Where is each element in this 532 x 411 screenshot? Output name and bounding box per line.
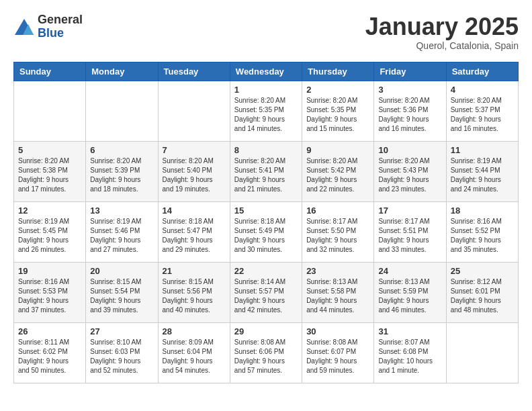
day-info: Sunrise: 8:12 AM Sunset: 6:01 PM Dayligh… — [451, 277, 514, 315]
day-info: Sunrise: 8:08 AM Sunset: 6:06 PM Dayligh… — [234, 338, 298, 375]
calendar-cell: 21Sunrise: 8:15 AM Sunset: 5:56 PM Dayli… — [158, 262, 230, 322]
calendar-week-row: 5Sunrise: 8:20 AM Sunset: 5:38 PM Daylig… — [14, 141, 519, 201]
day-info: Sunrise: 8:20 AM Sunset: 5:37 PM Dayligh… — [451, 96, 514, 134]
day-number: 7 — [163, 145, 226, 155]
weekday-header-row: SundayMondayTuesdayWednesdayThursdayFrid… — [14, 62, 519, 81]
day-number: 12 — [18, 205, 81, 216]
day-info: Sunrise: 8:07 AM Sunset: 6:08 PM Dayligh… — [378, 338, 441, 375]
calendar-cell: 3Sunrise: 8:20 AM Sunset: 5:36 PM Daylig… — [374, 81, 446, 141]
calendar-cell: 27Sunrise: 8:10 AM Sunset: 6:03 PM Dayli… — [86, 322, 158, 383]
day-info: Sunrise: 8:13 AM Sunset: 5:58 PM Dayligh… — [306, 277, 369, 315]
day-number: 4 — [451, 85, 514, 95]
month-title: January 2025 — [365, 13, 519, 40]
calendar: SundayMondayTuesdayWednesdayThursdayFrid… — [13, 62, 519, 383]
day-number: 29 — [234, 326, 298, 336]
weekday-header-sunday: Sunday — [14, 62, 86, 81]
calendar-cell: 24Sunrise: 8:13 AM Sunset: 5:59 PM Dayli… — [374, 262, 446, 322]
day-number: 30 — [306, 326, 369, 336]
calendar-cell: 6Sunrise: 8:20 AM Sunset: 5:39 PM Daylig… — [86, 141, 158, 201]
day-number: 9 — [306, 145, 369, 155]
calendar-cell: 29Sunrise: 8:08 AM Sunset: 6:06 PM Dayli… — [230, 322, 302, 383]
weekday-header-friday: Friday — [374, 62, 446, 81]
day-number: 18 — [451, 205, 514, 216]
calendar-cell: 18Sunrise: 8:16 AM Sunset: 5:52 PM Dayli… — [446, 201, 518, 262]
weekday-header-tuesday: Tuesday — [158, 62, 230, 81]
day-number: 21 — [163, 266, 226, 276]
day-info: Sunrise: 8:19 AM Sunset: 5:46 PM Dayligh… — [90, 217, 153, 255]
calendar-week-row: 26Sunrise: 8:11 AM Sunset: 6:02 PM Dayli… — [14, 322, 519, 383]
day-number: 24 — [378, 266, 441, 276]
day-number: 31 — [378, 326, 441, 336]
calendar-cell: 13Sunrise: 8:19 AM Sunset: 5:46 PM Dayli… — [86, 201, 158, 262]
calendar-cell: 23Sunrise: 8:13 AM Sunset: 5:58 PM Dayli… — [302, 262, 374, 322]
calendar-cell — [158, 81, 230, 141]
day-info: Sunrise: 8:16 AM Sunset: 5:52 PM Dayligh… — [451, 217, 514, 255]
calendar-cell: 8Sunrise: 8:20 AM Sunset: 5:41 PM Daylig… — [230, 141, 302, 201]
day-number: 28 — [163, 326, 226, 336]
day-info: Sunrise: 8:20 AM Sunset: 5:41 PM Dayligh… — [234, 156, 298, 194]
logo-blue: Blue — [38, 27, 83, 40]
calendar-cell: 14Sunrise: 8:18 AM Sunset: 5:47 PM Dayli… — [158, 201, 230, 262]
day-info: Sunrise: 8:15 AM Sunset: 5:56 PM Dayligh… — [163, 277, 226, 315]
calendar-cell: 26Sunrise: 8:11 AM Sunset: 6:02 PM Dayli… — [14, 322, 86, 383]
calendar-cell: 15Sunrise: 8:18 AM Sunset: 5:49 PM Dayli… — [230, 201, 302, 262]
day-number: 2 — [306, 85, 369, 95]
day-number: 14 — [163, 205, 226, 216]
calendar-cell: 5Sunrise: 8:20 AM Sunset: 5:38 PM Daylig… — [14, 141, 86, 201]
logo: General Blue — [13, 13, 83, 40]
calendar-cell — [86, 81, 158, 141]
day-info: Sunrise: 8:15 AM Sunset: 5:54 PM Dayligh… — [90, 277, 153, 315]
calendar-cell: 22Sunrise: 8:14 AM Sunset: 5:57 PM Dayli… — [230, 262, 302, 322]
day-info: Sunrise: 8:10 AM Sunset: 6:03 PM Dayligh… — [90, 338, 153, 375]
calendar-cell: 25Sunrise: 8:12 AM Sunset: 6:01 PM Dayli… — [446, 262, 518, 322]
day-info: Sunrise: 8:13 AM Sunset: 5:59 PM Dayligh… — [378, 277, 441, 315]
calendar-cell: 19Sunrise: 8:16 AM Sunset: 5:53 PM Dayli… — [14, 262, 86, 322]
day-info: Sunrise: 8:20 AM Sunset: 5:43 PM Dayligh… — [378, 156, 441, 194]
day-info: Sunrise: 8:20 AM Sunset: 5:42 PM Dayligh… — [306, 156, 369, 194]
calendar-cell: 2Sunrise: 8:20 AM Sunset: 5:35 PM Daylig… — [302, 81, 374, 141]
day-number: 20 — [90, 266, 153, 276]
logo-general: General — [38, 13, 83, 27]
calendar-cell: 17Sunrise: 8:17 AM Sunset: 5:51 PM Dayli… — [374, 201, 446, 262]
calendar-cell: 10Sunrise: 8:20 AM Sunset: 5:43 PM Dayli… — [374, 141, 446, 201]
calendar-cell: 20Sunrise: 8:15 AM Sunset: 5:54 PM Dayli… — [86, 262, 158, 322]
day-number: 5 — [18, 145, 81, 155]
calendar-week-row: 12Sunrise: 8:19 AM Sunset: 5:45 PM Dayli… — [14, 201, 519, 262]
day-info: Sunrise: 8:20 AM Sunset: 5:39 PM Dayligh… — [90, 156, 153, 194]
day-info: Sunrise: 8:08 AM Sunset: 6:07 PM Dayligh… — [306, 338, 369, 375]
weekday-header-thursday: Thursday — [302, 62, 374, 81]
logo-text: General Blue — [38, 13, 83, 40]
weekday-header-saturday: Saturday — [446, 62, 518, 81]
weekday-header-monday: Monday — [86, 62, 158, 81]
calendar-cell: 11Sunrise: 8:19 AM Sunset: 5:44 PM Dayli… — [446, 141, 518, 201]
day-number: 1 — [234, 85, 298, 95]
calendar-cell: 4Sunrise: 8:20 AM Sunset: 5:37 PM Daylig… — [446, 81, 518, 141]
calendar-cell: 31Sunrise: 8:07 AM Sunset: 6:08 PM Dayli… — [374, 322, 446, 383]
day-number: 8 — [234, 145, 298, 155]
day-number: 23 — [306, 266, 369, 276]
day-number: 15 — [234, 205, 298, 216]
calendar-cell: 7Sunrise: 8:20 AM Sunset: 5:40 PM Daylig… — [158, 141, 230, 201]
day-number: 10 — [378, 145, 441, 155]
day-number: 17 — [378, 205, 441, 216]
day-number: 26 — [18, 326, 81, 336]
day-number: 3 — [378, 85, 441, 95]
calendar-cell: 30Sunrise: 8:08 AM Sunset: 6:07 PM Dayli… — [302, 322, 374, 383]
calendar-cell: 16Sunrise: 8:17 AM Sunset: 5:50 PM Dayli… — [302, 201, 374, 262]
logo-icon — [13, 16, 35, 38]
calendar-cell: 9Sunrise: 8:20 AM Sunset: 5:42 PM Daylig… — [302, 141, 374, 201]
day-number: 27 — [90, 326, 153, 336]
day-info: Sunrise: 8:18 AM Sunset: 5:47 PM Dayligh… — [163, 217, 226, 255]
day-info: Sunrise: 8:19 AM Sunset: 5:45 PM Dayligh… — [18, 217, 81, 255]
title-block: January 2025 Querol, Catalonia, Spain — [365, 13, 519, 51]
day-info: Sunrise: 8:20 AM Sunset: 5:35 PM Dayligh… — [234, 96, 298, 134]
day-info: Sunrise: 8:17 AM Sunset: 5:50 PM Dayligh… — [306, 217, 369, 255]
day-info: Sunrise: 8:09 AM Sunset: 6:04 PM Dayligh… — [163, 338, 226, 375]
day-info: Sunrise: 8:17 AM Sunset: 5:51 PM Dayligh… — [378, 217, 441, 255]
calendar-cell: 28Sunrise: 8:09 AM Sunset: 6:04 PM Dayli… — [158, 322, 230, 383]
day-number: 11 — [451, 145, 514, 155]
day-number: 19 — [18, 266, 81, 276]
day-info: Sunrise: 8:20 AM Sunset: 5:40 PM Dayligh… — [163, 156, 226, 194]
weekday-header-wednesday: Wednesday — [230, 62, 302, 81]
page-header: General Blue January 2025 Querol, Catalo… — [13, 13, 519, 51]
